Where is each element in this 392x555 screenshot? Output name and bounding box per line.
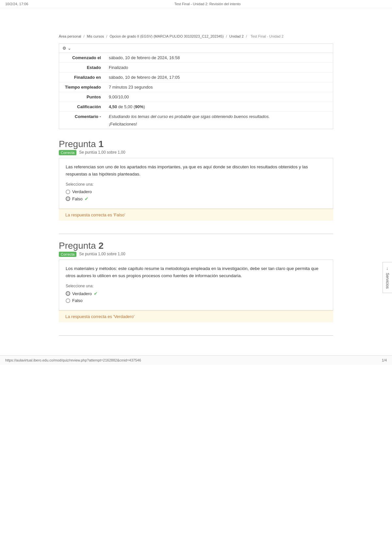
summary-label-calificacion: Calificación — [59, 102, 105, 112]
summary-value-puntos: 9,00/10,00 — [105, 92, 333, 102]
question-2-box: Los materiales y métodos: este capítulo … — [59, 260, 333, 311]
summary-label-comentario: Comentario - — [59, 112, 105, 129]
option-label-verdadero-q2: Verdadero — [72, 291, 92, 296]
question-1-text: Las referencias son uno de los apartados… — [66, 163, 326, 177]
bottom-url: https://aulavirtual.ibero.edu.co/mod/qui… — [5, 358, 141, 362]
summary-label-estado: Estado — [59, 63, 105, 73]
question-2-header: Pregunta 2 Correcta Se puntúa 1,00 sobre… — [59, 241, 333, 257]
question-2-feedback-link[interactable]: La respuesta correcta es 'Verdadero' — [65, 314, 135, 319]
bottom-bar: https://aulavirtual.ibero.edu.co/mod/qui… — [0, 355, 392, 365]
question-2-section: Pregunta 2 Correcta Se puntúa 1,00 sobre… — [59, 241, 333, 322]
breadcrumb-course[interactable]: Opcion de grado II (EGSV) (MARCIA PULIDO… — [109, 34, 223, 38]
services-label: Servicios — [385, 273, 390, 289]
summary-row-puntos: Puntos 9,00/10,00 — [59, 92, 333, 102]
services-tab[interactable]: → Servicios — [383, 262, 392, 293]
checkmark-falso-q1: ✔ — [85, 196, 89, 201]
summary-value-tiempo: 7 minutos 23 segundos — [105, 82, 333, 92]
question-1-number: Pregunta 1 — [59, 139, 333, 149]
gear-row: ⚙ ⌄ — [59, 44, 333, 53]
question-2-number: Pregunta 2 — [59, 241, 333, 251]
comment-text: Estudiando los temas del curso es probab… — [109, 114, 329, 119]
summary-row-calificacion: Calificación 4,50 de 5,00 (90%) — [59, 102, 333, 112]
option-label-falso-q1: Falso — [72, 196, 83, 201]
summary-row-comentario: Comentario - Estudiando los temas del cu… — [59, 112, 333, 129]
question-2-select-label: Seleccione una: — [66, 284, 326, 288]
summary-value-estado: Finalizado — [105, 63, 333, 73]
divider-2 — [59, 335, 333, 336]
question-2-status: Correcta — [59, 252, 76, 257]
question-1-score: Se puntúa 1,00 sobre 1,00 — [79, 150, 125, 155]
question-1-option-falso: Falso ✔ — [66, 196, 326, 201]
summary-row-estado: Estado Finalizado — [59, 63, 333, 73]
summary-row-finalizado: Finalizado en sábado, 10 de febrero de 2… — [59, 73, 333, 82]
radio-falso-q1 — [66, 196, 70, 201]
congrats-text: ¡Felicitaciones! — [109, 122, 329, 126]
services-arrow-icon: → — [385, 266, 390, 271]
question-2-text: Los materiales y métodos: este capítulo … — [66, 265, 326, 279]
question-1-header: Pregunta 1 Correcta Se puntúa 1,00 sobre… — [59, 139, 333, 155]
summary-label-finalizado: Finalizado en — [59, 73, 105, 82]
question-2-option-falso: Falso — [66, 298, 326, 303]
summary-row-started: Comenzado el sábado, 10 de febrero de 20… — [59, 53, 333, 63]
main-content: Área personal / Mis cursos / Opcion de g… — [49, 8, 343, 355]
checkmark-verdadero-q2: ✔ — [94, 291, 98, 296]
breadcrumb-area-personal[interactable]: Área personal — [59, 34, 81, 38]
summary-label-puntos: Puntos — [59, 92, 105, 102]
question-1-feedback: La respuesta correcta es 'Falso' — [59, 209, 333, 221]
gear-dropdown-arrow: ⌄ — [68, 46, 71, 51]
summary-table: Comenzado el sábado, 10 de febrero de 20… — [59, 53, 333, 129]
gear-icon: ⚙ — [62, 46, 66, 51]
question-1-option-verdadero: Verdadero — [66, 189, 326, 194]
browser-datetime: 10/2/24, 17:06 — [5, 2, 28, 6]
question-1-feedback-link[interactable]: La respuesta correcta es 'Falso' — [65, 212, 125, 217]
summary-label-tiempo: Tiempo empleado — [59, 82, 105, 92]
breadcrumb: Área personal / Mis cursos / Opcion de g… — [59, 34, 333, 38]
question-1-section: Pregunta 1 Correcta Se puntúa 1,00 sobre… — [59, 139, 333, 221]
question-1-status: Correcta — [59, 150, 76, 155]
radio-verdadero-q2 — [66, 291, 70, 296]
question-2-feedback: La respuesta correcta es 'Verdadero' — [59, 311, 333, 322]
breadcrumb-current: Test Final - Unidad 2 — [251, 34, 284, 38]
question-2-meta: Correcta Se puntúa 1,00 sobre 1,00 — [59, 252, 333, 257]
question-1-box: Las referencias son uno de los apartados… — [59, 158, 333, 209]
browser-bar: 10/2/24, 17:06 Test Final - Unidad 2: Re… — [0, 0, 392, 8]
question-2-score: Se puntúa 1,00 sobre 1,00 — [79, 252, 125, 257]
option-label-falso-q2: Falso — [72, 298, 83, 303]
breadcrumb-mis-cursos[interactable]: Mis cursos — [87, 34, 104, 38]
summary-value-comentario: Estudiando los temas del curso es probab… — [105, 112, 333, 129]
summary-label-started: Comenzado el — [59, 53, 105, 63]
breadcrumb-unidad2[interactable]: Unidad 2 — [229, 34, 244, 38]
option-label-verdadero-q1: Verdadero — [72, 189, 92, 194]
radio-falso-q2 — [66, 298, 70, 303]
summary-value-calificacion: 4,50 de 5,00 (90%) — [105, 102, 333, 112]
summary-value-finalizado: sábado, 10 de febrero de 2024, 17:05 — [105, 73, 333, 82]
question-2-option-verdadero: Verdadero ✔ — [66, 291, 326, 296]
browser-page-title: Test Final - Unidad 2: Revisión del inte… — [174, 2, 241, 6]
summary-row-tiempo: Tiempo empleado 7 minutos 23 segundos — [59, 82, 333, 92]
question-1-meta: Correcta Se puntúa 1,00 sobre 1,00 — [59, 150, 333, 155]
bottom-page-count: 1/4 — [382, 358, 387, 362]
summary-value-started: sábado, 10 de febrero de 2024, 16:58 — [105, 53, 333, 63]
divider-1 — [59, 234, 333, 234]
radio-verdadero-q1 — [66, 190, 70, 194]
question-1-select-label: Seleccione una: — [66, 182, 326, 187]
summary-table-container: ⚙ ⌄ Comenzado el sábado, 10 de febrero d… — [59, 43, 333, 129]
